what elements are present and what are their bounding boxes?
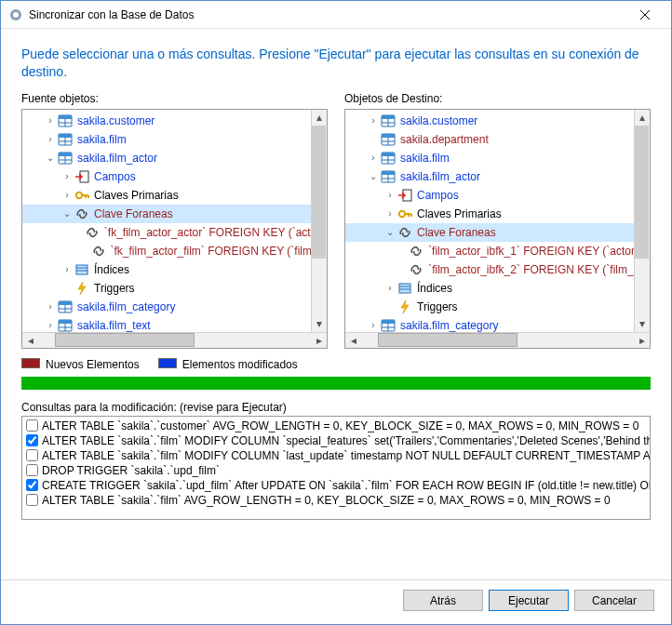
scroll-left-icon[interactable]: ◂ [22, 332, 38, 348]
tree-row[interactable]: ›sakila.film_text [22, 316, 327, 332]
scrollbar-vertical[interactable]: ▴ ▾ [311, 110, 327, 332]
chevron-right-icon[interactable]: › [384, 208, 396, 219]
execute-button[interactable]: Ejecutar [489, 590, 569, 611]
chevron-right-icon[interactable]: › [368, 153, 379, 163]
query-row[interactable]: ALTER TABLE `sakila`.`film` AVG_ROW_LENG… [24, 493, 648, 508]
chevron-down-icon[interactable]: ⌄ [61, 208, 73, 219]
tree-node-label: Triggers [92, 282, 135, 295]
tree-node-label: sakila.department [398, 133, 489, 146]
query-row[interactable]: ALTER TABLE `sakila`.`film` MODIFY COLUM… [24, 448, 648, 463]
table-icon [58, 113, 73, 128]
chevron-right-icon[interactable]: › [384, 190, 396, 200]
chevron-down-icon[interactable]: ⌄ [45, 153, 56, 163]
svg-rect-25 [59, 301, 72, 305]
chevron-right-icon[interactable]: › [61, 264, 73, 274]
close-button[interactable] [626, 2, 664, 28]
tree-row[interactable]: ›sakila.customer [22, 112, 327, 130]
chevron-right-icon[interactable]: › [45, 134, 56, 144]
chevron-right-icon[interactable]: › [61, 171, 73, 181]
tree-row[interactable]: `film_actor_ibfk_2` FOREIGN KEY (`film_i… [345, 260, 650, 279]
chevron-down-icon[interactable]: ⌄ [368, 171, 379, 181]
scroll-left-icon[interactable]: ◂ [345, 332, 361, 348]
query-text: DROP TRIGGER `sakila`.`upd_film` [42, 464, 220, 477]
tree-node-label: sakila.film_actor [75, 152, 157, 165]
query-checkbox[interactable] [26, 449, 38, 461]
titlebar[interactable]: Sincronizar con la Base de Datos [1, 1, 671, 29]
scroll-thumb[interactable] [312, 126, 326, 259]
tree-row[interactable]: ›sakila.film_category [345, 316, 650, 332]
tree-row[interactable]: ›Índices [22, 260, 327, 279]
scroll-up-icon[interactable]: ▴ [635, 110, 650, 126]
tree-row[interactable]: Triggers [345, 298, 650, 316]
scroll-down-icon[interactable]: ▾ [635, 316, 650, 332]
tree-row[interactable]: ⌄sakila.film_actor [22, 149, 327, 167]
table-icon [58, 299, 73, 314]
back-button[interactable]: Atrás [403, 590, 483, 611]
scrollbar-vertical[interactable]: ▴ ▾ [634, 110, 650, 332]
query-text: ALTER TABLE `sakila`.`film` MODIFY COLUM… [42, 434, 651, 447]
query-row[interactable]: CREATE TRIGGER `sakila`.`upd_film` After… [24, 478, 648, 493]
query-row[interactable]: ALTER TABLE `sakila`.`customer` AVG_ROW_… [24, 419, 648, 433]
tree-row[interactable]: ›Claves Primarias [345, 205, 650, 223]
chevron-right-icon[interactable]: › [61, 190, 73, 200]
chevron-right-icon[interactable]: › [384, 283, 396, 293]
tree-row[interactable]: ›sakila.film_category [22, 298, 327, 316]
query-checkbox[interactable] [26, 479, 38, 491]
tree-row[interactable]: ›Campos [345, 186, 650, 205]
dialog-content: Puede seleccionar una o más consultas. P… [1, 29, 671, 624]
scroll-up-icon[interactable]: ▴ [312, 110, 327, 126]
chevron-right-icon[interactable]: › [368, 320, 379, 330]
tree-row[interactable]: ›sakila.film [345, 149, 650, 167]
target-label: Objetos de Destino: [344, 92, 651, 105]
query-row[interactable]: ALTER TABLE `sakila`.`film` MODIFY COLUM… [24, 433, 648, 448]
query-checkbox[interactable] [26, 494, 38, 506]
tree-row[interactable]: ›Claves Primarias [22, 186, 327, 205]
chevron-right-icon[interactable]: › [368, 115, 379, 126]
tree-row[interactable]: `fk_film_actor_actor` FOREIGN KEY (`acto… [22, 223, 327, 242]
tree-node-label: sakila.customer [75, 114, 155, 127]
legend-modified-label: Elementos modificados [182, 358, 298, 371]
chevron-right-icon[interactable]: › [45, 115, 56, 126]
tree-row[interactable]: `film_actor_ibfk_1` FOREIGN KEY (`actor_… [345, 242, 650, 260]
scroll-thumb[interactable] [378, 333, 517, 347]
tree-row[interactable]: ⌄Clave Foraneas [22, 205, 327, 223]
fk-icon [397, 225, 412, 240]
tree-row[interactable]: ›sakila.customer [345, 112, 650, 130]
cancel-button[interactable]: Cancelar [574, 590, 654, 611]
queries-list[interactable]: ALTER TABLE `sakila`.`customer` AVG_ROW_… [21, 416, 651, 520]
scroll-right-icon[interactable]: ▸ [311, 332, 327, 348]
query-row[interactable]: DROP TRIGGER `sakila`.`upd_film` [24, 463, 648, 478]
svg-rect-9 [59, 134, 72, 138]
svg-rect-45 [382, 153, 395, 156]
svg-rect-13 [59, 153, 72, 156]
target-tree[interactable]: ›sakila.customersakila.department›sakila… [344, 109, 651, 349]
svg-rect-21 [76, 265, 87, 274]
svg-rect-29 [59, 320, 72, 324]
scroll-down-icon[interactable]: ▾ [312, 316, 327, 332]
query-checkbox[interactable] [26, 419, 38, 432]
scroll-thumb[interactable] [635, 126, 649, 259]
scrollbar-horizontal[interactable]: ◂ ▸ [345, 332, 650, 348]
tree-row[interactable]: ›Índices [345, 279, 650, 298]
query-checkbox[interactable] [26, 464, 38, 476]
tree-node-label: `fk_film_actor_film` FOREIGN KEY (`film_… [109, 245, 327, 258]
svg-rect-5 [59, 115, 72, 119]
tree-row[interactable]: ›sakila.film [22, 130, 327, 149]
tree-row[interactable]: Triggers [22, 279, 327, 298]
tree-row[interactable]: ⌄Clave Foraneas [345, 223, 650, 242]
tree-row[interactable]: ⌄sakila.film_actor [345, 167, 650, 186]
chevron-right-icon[interactable]: › [45, 301, 56, 312]
tree-node-label: Campos [92, 170, 136, 183]
tree-row[interactable]: ›Campos [22, 167, 327, 186]
chevron-down-icon[interactable]: ⌄ [384, 227, 396, 237]
tree-row[interactable]: sakila.department [345, 130, 650, 149]
progress-bar [21, 377, 651, 390]
source-tree[interactable]: ›sakila.customer›sakila.film⌄sakila.film… [21, 109, 328, 349]
query-checkbox[interactable] [26, 434, 38, 446]
fields-icon [397, 188, 412, 203]
scrollbar-horizontal[interactable]: ◂ ▸ [22, 332, 327, 348]
scroll-thumb[interactable] [55, 333, 195, 347]
scroll-right-icon[interactable]: ▸ [634, 332, 650, 348]
tree-row[interactable]: `fk_film_actor_film` FOREIGN KEY (`film_… [22, 242, 327, 260]
chevron-right-icon[interactable]: › [45, 320, 56, 330]
